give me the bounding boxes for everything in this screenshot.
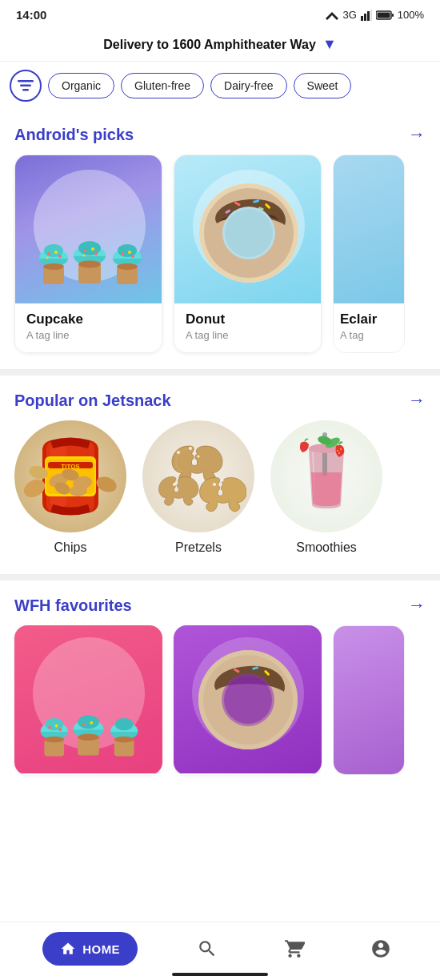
svg-point-74: [44, 737, 64, 743]
chips-circle: TITOS: [14, 420, 126, 532]
svg-point-69: [340, 448, 342, 450]
profile-nav-button[interactable]: [364, 932, 398, 966]
wfh-scroll: [0, 625, 440, 791]
search-nav-button[interactable]: [190, 932, 224, 966]
svg-point-81: [78, 733, 99, 741]
popular-item-pretzels[interactable]: Pretzels: [142, 420, 254, 555]
donut-illustration: [193, 177, 305, 289]
svg-point-83: [90, 721, 93, 725]
svg-point-75: [48, 726, 51, 729]
svg-point-25: [94, 252, 98, 255]
status-time: 14:00: [16, 8, 46, 22]
svg-rect-1: [361, 16, 363, 21]
eclair-name: Eclair: [340, 311, 398, 327]
svg-point-58: [177, 451, 180, 454]
wifi-icon: [326, 10, 338, 20]
signal-icon: [361, 10, 372, 21]
svg-point-16: [54, 251, 58, 254]
donut-tagline: A tag line: [186, 329, 310, 341]
svg-point-82: [82, 723, 86, 726]
delivery-address: Delivery to 1600 Amphitheater Way: [103, 38, 316, 52]
svg-point-87: [114, 737, 134, 743]
bottom-indicator: [172, 973, 268, 976]
wfh-card-donut[interactable]: [174, 625, 322, 775]
svg-text:TITOS: TITOS: [61, 463, 80, 470]
smoothies-label: Smoothies: [296, 540, 357, 555]
popular-item-chips[interactable]: TITOS Chips: [14, 420, 126, 555]
battery-icon: [376, 10, 394, 20]
donut-card-image: [174, 155, 322, 303]
wfh-card-eclair[interactable]: [333, 625, 405, 775]
svg-rect-2: [364, 14, 366, 21]
filter-icon: [18, 80, 34, 91]
wfh-donut-image: [174, 625, 322, 773]
popular-title: Popular on Jetsnack: [14, 392, 171, 410]
pretzels-illustration: [150, 428, 246, 524]
smoothies-illustration: [278, 428, 374, 524]
filter-chip-sweet[interactable]: Sweet: [294, 73, 352, 98]
svg-point-42: [225, 209, 273, 257]
pick-card-donut[interactable]: Donut A tag line: [174, 155, 322, 353]
home-nav-label: HOME: [82, 942, 120, 956]
cupcake-name: Cupcake: [26, 311, 150, 327]
svg-marker-0: [326, 12, 338, 20]
battery-label: 100%: [398, 9, 424, 21]
svg-point-24: [91, 247, 94, 251]
svg-point-23: [83, 249, 86, 252]
popular-scroll: TITOS Chips: [0, 420, 440, 574]
section-divider-1: [0, 369, 440, 376]
svg-point-32: [128, 251, 131, 254]
svg-point-60: [198, 456, 200, 458]
svg-point-68: [337, 450, 338, 452]
svg-point-63: [173, 483, 176, 486]
pick-card-cupcake[interactable]: Cupcake A tag line: [14, 155, 162, 353]
popular-arrow[interactable]: →: [408, 390, 426, 411]
svg-point-76: [55, 725, 58, 728]
wfh-card-cupcake[interactable]: [14, 625, 162, 775]
pretzels-circle: [142, 420, 254, 532]
svg-point-61: [213, 483, 216, 486]
svg-point-59: [189, 447, 192, 450]
filter-chip-glutenfree[interactable]: Gluten-free: [121, 73, 204, 98]
delivery-bar[interactable]: Delivery to 1600 Amphitheater Way ▼: [0, 28, 440, 62]
wfh-header: WFH favourites →: [0, 580, 440, 625]
svg-rect-3: [367, 11, 370, 21]
delivery-chevron-icon[interactable]: ▼: [322, 36, 337, 53]
donut-name: Donut: [186, 311, 310, 327]
cart-nav-button[interactable]: [278, 932, 311, 966]
home-icon: [60, 941, 76, 957]
svg-point-18: [46, 257, 48, 259]
filter-chip-organic[interactable]: Organic: [48, 73, 114, 98]
svg-rect-4: [370, 10, 372, 21]
profile-nav-icon: [370, 938, 391, 959]
android-picks-arrow[interactable]: →: [408, 124, 426, 145]
svg-point-30: [117, 263, 138, 270]
android-picks-title: Android's picks: [14, 126, 134, 144]
svg-point-15: [47, 252, 50, 255]
svg-point-22: [78, 261, 101, 268]
svg-point-62: [222, 480, 224, 482]
android-picks-scroll: Cupcake A tag line: [0, 155, 440, 369]
svg-point-17: [58, 255, 62, 258]
wfh-cupcake-image: [14, 625, 162, 773]
wfh-arrow[interactable]: →: [408, 595, 426, 616]
network-label: 3G: [342, 9, 356, 21]
svg-rect-8: [18, 80, 34, 82]
pick-card-eclair[interactable]: Eclair A tag: [333, 155, 405, 353]
smoothies-circle: [270, 420, 382, 532]
eclair-card-info: Eclair A tag: [334, 303, 404, 352]
pretzels-label: Pretzels: [175, 540, 222, 555]
filter-chip-dairyfree[interactable]: Dairy-free: [210, 73, 286, 98]
svg-point-85: [115, 718, 134, 730]
status-bar: 14:00 3G 100%: [0, 0, 440, 28]
status-icons: 3G 100%: [326, 9, 424, 21]
popular-item-smoothies[interactable]: Smoothies: [270, 420, 382, 555]
home-nav-button[interactable]: HOME: [42, 932, 138, 966]
svg-rect-7: [392, 14, 394, 17]
donut-card-info: Donut A tag line: [174, 303, 321, 352]
chips-illustration: TITOS: [22, 428, 118, 524]
cupcake-tagline: A tag line: [26, 329, 150, 341]
filter-row: Organic Gluten-free Dairy-free Sweet: [0, 62, 440, 110]
svg-point-77: [58, 728, 62, 731]
filter-icon-button[interactable]: [10, 70, 42, 102]
